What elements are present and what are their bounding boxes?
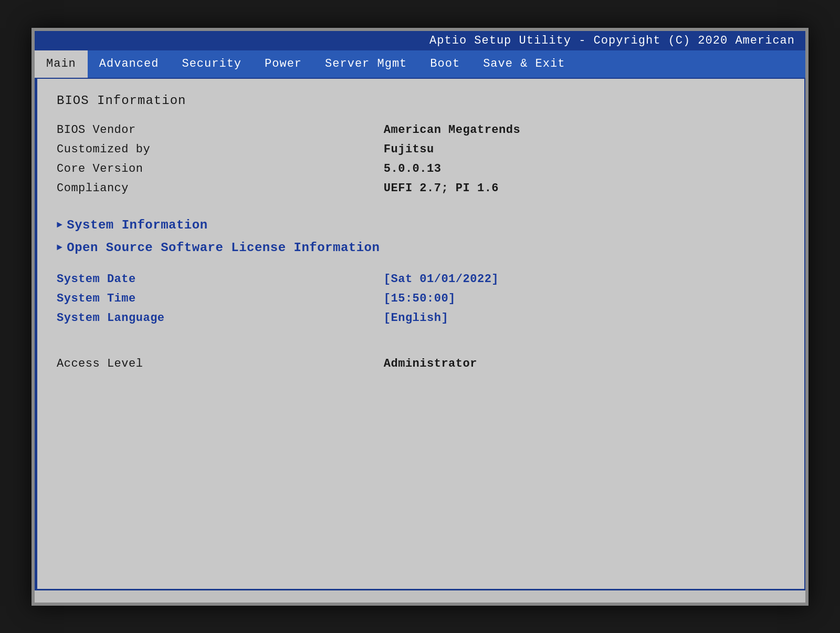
bios-vendor-value: American Megatrends: [384, 123, 783, 137]
separator-2: [57, 344, 783, 354]
menu-item-power[interactable]: Power: [253, 50, 313, 78]
customized-by-label: Customized by: [57, 143, 384, 156]
menu-item-advanced[interactable]: Advanced: [88, 50, 171, 78]
system-language-row: System Language [English]: [57, 308, 783, 328]
title-text: Aptio Setup Utility - Copyright (C) 2020…: [429, 34, 795, 47]
system-time-value[interactable]: [15:50:00]: [384, 292, 783, 305]
menu-item-main[interactable]: Main: [35, 50, 88, 78]
left-border: [36, 79, 37, 590]
customized-by-row: Customized by Fujitsu: [57, 140, 783, 159]
menu-item-server-mgmt[interactable]: Server Mgmt: [313, 50, 418, 78]
menu-item-save-exit[interactable]: Save & Exit: [471, 50, 576, 78]
system-information-link[interactable]: ► System Information: [57, 214, 783, 236]
system-date-value[interactable]: [Sat 01/01/2022]: [384, 273, 783, 286]
core-version-row: Core Version 5.0.0.13: [57, 159, 783, 179]
bios-vendor-label: BIOS Vendor: [57, 123, 384, 137]
access-level-row: Access Level Administrator: [57, 354, 783, 373]
content-area: BIOS Information BIOS Vendor American Me…: [35, 78, 805, 590]
title-bar: Aptio Setup Utility - Copyright (C) 2020…: [35, 31, 805, 50]
system-language-label: System Language: [57, 312, 384, 325]
menu-item-boot[interactable]: Boot: [418, 50, 471, 78]
access-info-table: Access Level Administrator: [57, 354, 783, 373]
compliancy-row: Compliancy UEFI 2.7; PI 1.6: [57, 179, 783, 198]
bios-vendor-row: BIOS Vendor American Megatrends: [57, 120, 783, 140]
core-version-label: Core Version: [57, 162, 384, 175]
separator-1: [57, 259, 783, 269]
system-time-label: System Time: [57, 292, 384, 305]
compliancy-value: UEFI 2.7; PI 1.6: [384, 182, 783, 195]
system-date-row: System Date [Sat 01/01/2022]: [57, 269, 783, 289]
arrow-icon-2: ►: [57, 242, 62, 253]
arrow-icon: ►: [57, 220, 62, 230]
system-date-label: System Date: [57, 273, 384, 286]
menu-bar: Main Advanced Security Power Server Mgmt…: [35, 50, 805, 78]
bios-screen: Aptio Setup Utility - Copyright (C) 2020…: [32, 28, 808, 606]
system-time-row: System Time [15:50:00]: [57, 289, 783, 308]
bios-info-table: BIOS Vendor American Megatrends Customiz…: [57, 120, 783, 198]
access-level-value: Administrator: [384, 357, 783, 370]
bottom-border: [36, 589, 804, 590]
access-level-label: Access Level: [57, 357, 384, 370]
core-version-value: 5.0.0.13: [384, 162, 783, 175]
open-source-link[interactable]: ► Open Source Software License Informati…: [57, 236, 783, 259]
system-info-table: System Date [Sat 01/01/2022] System Time…: [57, 269, 783, 328]
bios-section-title: BIOS Information: [57, 94, 783, 108]
compliancy-label: Compliancy: [57, 182, 384, 195]
menu-item-security[interactable]: Security: [170, 50, 253, 78]
customized-by-value: Fujitsu: [384, 143, 783, 156]
system-language-value[interactable]: [English]: [384, 312, 783, 325]
